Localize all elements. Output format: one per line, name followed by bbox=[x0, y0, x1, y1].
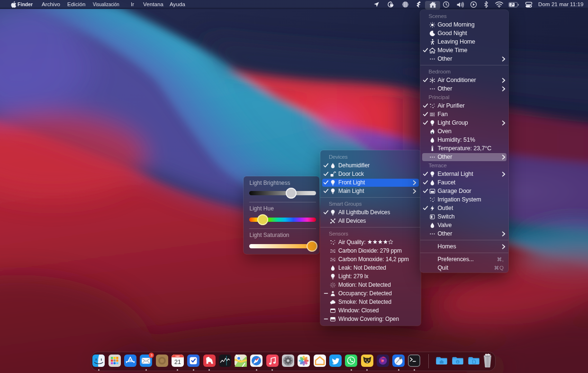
svg-text:MAR: MAR bbox=[175, 355, 180, 357]
svg-text:21: 21 bbox=[174, 359, 181, 365]
